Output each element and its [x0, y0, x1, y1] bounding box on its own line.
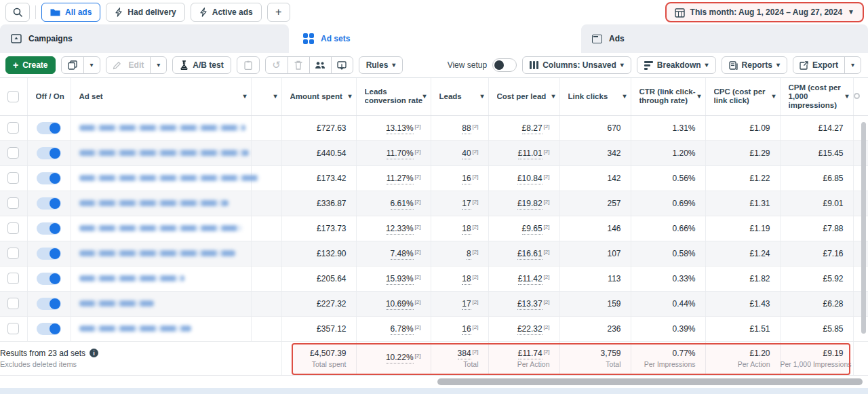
duplicate-button[interactable] — [62, 57, 83, 73]
add-filter-button[interactable]: + — [267, 3, 290, 22]
date-range-selector[interactable]: This month: Aug 1, 2024 – Aug 27, 2024 ▼ — [665, 2, 864, 22]
col-cpm[interactable]: CPM (cost per 1,000 impressions)▾ — [780, 78, 853, 115]
row-checkbox[interactable] — [7, 172, 19, 184]
chevron-down-icon: ▾ — [705, 62, 709, 68]
off-on-toggle[interactable] — [37, 122, 61, 134]
undo-button[interactable]: ↺ — [266, 57, 288, 73]
leads-conversion-rate-value: 12.33%[2] — [356, 216, 431, 241]
row-name-cell[interactable] — [71, 140, 251, 165]
filter-all-ads[interactable]: All ads — [41, 3, 100, 22]
cpc-value: £1.22 — [705, 165, 780, 191]
col-ad-set[interactable]: Ad set▾ — [71, 78, 251, 115]
row-name-cell[interactable] — [71, 191, 251, 216]
row-toggle-cell — [27, 291, 71, 316]
ad-set-name-redacted — [79, 326, 191, 332]
row-checkbox[interactable] — [7, 273, 19, 284]
col-delivery-collapsed[interactable]: ▾ — [251, 78, 281, 115]
duplicate-dropdown[interactable]: ▾ — [83, 57, 100, 73]
cost-per-lead-value: £13.37[2] — [488, 291, 559, 316]
edit-dropdown[interactable]: ▾ — [150, 57, 166, 73]
view-setup-toggle[interactable] — [492, 58, 517, 72]
clipboard-icon — [244, 60, 252, 70]
info-icon[interactable]: i — [90, 349, 98, 357]
select-all-checkbox[interactable] — [7, 91, 19, 102]
link-clicks-value: 236 — [559, 316, 631, 341]
row-name-cell[interactable] — [71, 165, 251, 191]
table-row: £357.12 6.78%[2] 16[2] £22.32[2] 236 0.3… — [0, 316, 868, 341]
breakdown-button[interactable]: Breakdown ▾ — [637, 56, 716, 74]
tab-campaigns[interactable]: Campaigns — [0, 24, 289, 53]
search-button[interactable] — [5, 3, 30, 22]
duplicate-split-button: ▾ — [61, 56, 100, 74]
cpm-value: £5.92 — [780, 266, 853, 291]
col-leads[interactable]: Leads▾ — [431, 78, 488, 115]
row-name-cell[interactable] — [71, 241, 251, 266]
col-cpc[interactable]: CPC (cost per link click)▾ — [705, 78, 780, 115]
amount-spent-value: £727.63 — [281, 115, 356, 140]
col-amount-spent[interactable]: Amount spent▾ — [281, 78, 356, 115]
filter-active-ads[interactable]: Active ads — [191, 3, 262, 22]
row-checkbox[interactable] — [7, 197, 19, 209]
view-setup-label: View setup — [448, 60, 487, 70]
chevron-down-icon: ▾ — [392, 62, 395, 68]
cost-per-lead-value: £10.84[2] — [488, 165, 559, 191]
row-toggle-cell — [27, 140, 71, 165]
delete-button[interactable] — [288, 57, 309, 73]
tab-ads[interactable]: Ads — [581, 24, 868, 53]
reports-button[interactable]: Reports ▾ — [722, 56, 787, 74]
clipboard-button[interactable] — [237, 57, 259, 73]
select-all-cell — [0, 78, 27, 115]
off-on-toggle[interactable] — [37, 197, 61, 210]
col-link-clicks[interactable]: Link clicks▾ — [559, 78, 631, 115]
horizontal-scrollbar[interactable] — [437, 378, 863, 385]
preview-button[interactable] — [331, 57, 353, 73]
row-toggle-cell — [27, 191, 71, 216]
row-checkbox[interactable] — [7, 323, 19, 334]
ctr-value: 0.39% — [631, 316, 705, 341]
audiences-button[interactable] — [309, 57, 331, 73]
total-cost-per-lead: £11.74[2] Per Action — [488, 341, 559, 375]
reports-label: Reports — [742, 60, 772, 70]
row-mini-cell — [251, 216, 281, 241]
row-name-cell[interactable] — [71, 291, 251, 316]
ab-test-button[interactable]: A/B test — [172, 56, 231, 74]
row-checkbox[interactable] — [7, 122, 19, 134]
export-button[interactable]: Export — [793, 57, 844, 73]
off-on-toggle[interactable] — [37, 323, 61, 335]
amount-spent-value: £227.32 — [281, 291, 356, 316]
columns-button[interactable]: Columns: Unsaved ▾ — [522, 56, 631, 74]
leads-value: 40[2] — [431, 140, 488, 165]
row-checkbox[interactable] — [7, 222, 19, 234]
edit-button[interactable]: Edit — [106, 57, 151, 73]
rules-button[interactable]: Rules ▾ — [359, 56, 403, 74]
row-name-cell[interactable] — [71, 115, 251, 140]
row-name-cell[interactable] — [71, 266, 251, 291]
leads-value: 17[2] — [431, 291, 488, 316]
row-name-cell[interactable] — [71, 216, 251, 241]
off-on-toggle[interactable] — [37, 273, 61, 285]
col-ctr[interactable]: CTR (link click-through rate)▾ — [631, 78, 705, 115]
columns-icon — [530, 61, 538, 69]
off-on-toggle[interactable] — [37, 298, 61, 310]
column-settings-button[interactable] — [853, 78, 868, 115]
create-button[interactable]: + Create — [5, 56, 56, 74]
row-checkbox[interactable] — [7, 147, 19, 159]
export-split-button: Export ▾ — [793, 56, 861, 74]
results-label: Results from 23 ad sets — [0, 349, 85, 358]
amount-spent-value: £205.64 — [281, 266, 356, 291]
pin-button-group — [237, 56, 260, 74]
filter-had-delivery[interactable]: Had delivery — [106, 3, 184, 22]
off-on-toggle[interactable] — [37, 248, 61, 260]
amount-spent-value: £357.12 — [281, 316, 356, 341]
off-on-toggle[interactable] — [37, 147, 61, 159]
tab-ad-sets[interactable]: Ad sets — [292, 24, 578, 53]
row-name-cell[interactable] — [71, 316, 251, 341]
row-checkbox[interactable] — [7, 248, 19, 259]
off-on-toggle[interactable] — [37, 172, 61, 184]
vertical-scrollbar[interactable] — [861, 122, 866, 334]
export-dropdown[interactable]: ▾ — [844, 57, 861, 73]
col-leads-conversion-rate[interactable]: Leads conversion rate▾ — [356, 78, 431, 115]
off-on-toggle[interactable] — [37, 222, 61, 235]
row-checkbox[interactable] — [7, 298, 19, 309]
col-cost-per-lead[interactable]: Cost per lead▾ — [488, 78, 559, 115]
